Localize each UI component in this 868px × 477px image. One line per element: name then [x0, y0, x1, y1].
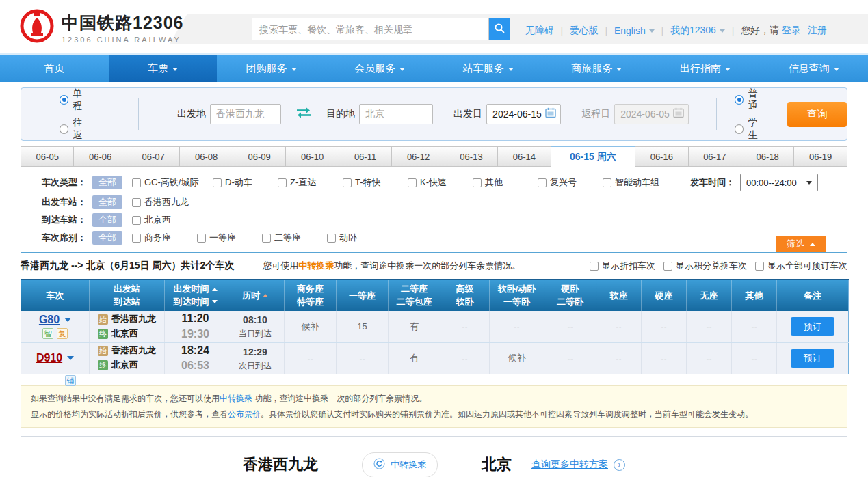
soft-sleeper-cell: -- [490, 311, 544, 342]
filter-option-smart-emu[interactable]: 智能动车组 [603, 176, 668, 189]
expand-train-icon[interactable] [64, 318, 71, 322]
date-tab[interactable]: 06-17 [688, 146, 741, 167]
all-badge[interactable]: 全部 [92, 195, 122, 209]
nav-item-group-services[interactable]: 团购服务 [217, 55, 326, 82]
filter-option-second[interactable]: 二等座 [262, 232, 327, 244]
duration-cell: 08:10 当日到达 [226, 311, 285, 342]
link-care-edition[interactable]: 爱心版 [570, 25, 599, 37]
all-badge[interactable]: 全部 [92, 176, 122, 189]
filter-option-gc[interactable]: GC-高铁/城际 [132, 176, 213, 189]
filter-option-from-station[interactable]: 香港西九龙 [132, 196, 213, 208]
business-seat-cell[interactable]: 候补 [285, 311, 337, 342]
all-badge[interactable]: 全部 [92, 213, 122, 227]
filter-option-other[interactable]: 其他 [473, 176, 538, 189]
col-remark: 备注 [777, 280, 849, 311]
filter-option-sleeper-emu[interactable]: 动卧 [327, 232, 392, 244]
train-results-table: 车次 出发站 到达站 出发时间 到达时间 历时 [21, 279, 849, 374]
remark-cell: 预订 [777, 311, 849, 342]
expand-train-icon[interactable] [67, 356, 74, 360]
soft-sleeper-cell[interactable]: 候补 [490, 342, 544, 374]
filter-option-t[interactable]: T-特快 [343, 176, 408, 189]
more-transfer-wrap: 查询更多中转方案 › [531, 459, 625, 471]
transfer-pill-button[interactable]: 中转换乘 [362, 452, 438, 477]
book-button[interactable]: 预订 [791, 317, 834, 336]
search-input[interactable] [252, 18, 489, 40]
page: 中国铁路12306 12306 CHINA RAILWAY 无障碍 | 爱心版 … [0, 0, 868, 477]
calendar-icon-disabled [673, 107, 684, 121]
nav-item-home[interactable]: 首页 [0, 55, 109, 82]
filter-option-k[interactable]: K-快速 [408, 176, 473, 189]
depart-date-input[interactable]: 2024-06-15 [486, 104, 561, 124]
search-button[interactable] [489, 18, 510, 40]
nav-item-business-travel[interactable]: 商旅服务 [542, 55, 651, 82]
book-button[interactable]: 预订 [791, 349, 834, 368]
student-passenger-radio[interactable]: 学生 [735, 117, 765, 141]
transfer-link[interactable]: 中转换乘 [220, 394, 252, 403]
date-tab[interactable]: 06-18 [741, 146, 794, 167]
link-english[interactable]: English [614, 25, 655, 36]
checkbox-icon [132, 198, 141, 207]
round-trip-radio[interactable]: 往返 [60, 117, 90, 141]
col-other: 其他 [732, 280, 777, 311]
header-search [252, 18, 510, 40]
show-discount-checkbox[interactable]: 显示折扣车次 [590, 260, 655, 272]
transfer-tip: 您可使用中转换乘功能，查询途中换乘一次的部分列车余票情况。 [263, 260, 521, 272]
filter-collapse-button[interactable]: 筛选 [776, 236, 826, 252]
nav-item-travel-guide[interactable]: 出行指南 [651, 55, 760, 82]
filter-option-to-station[interactable]: 北京西 [132, 214, 213, 226]
train-number-link[interactable]: G80 [39, 314, 60, 326]
filter-option-first[interactable]: 一等座 [197, 232, 262, 244]
nav-item-member-services[interactable]: 会员服务 [326, 55, 434, 82]
date-tab[interactable]: 06-13 [445, 146, 498, 167]
nav-item-tickets[interactable]: 车票 [109, 55, 218, 82]
date-tab[interactable]: 06-05 [21, 146, 74, 167]
query-form-panel: 单程 往返 出发地 目的地 出发日 2024-06-15 [21, 87, 847, 141]
show-points-checkbox[interactable]: 显示积分兑换车次 [663, 260, 747, 272]
chevron-down-icon [725, 68, 731, 71]
sort-asc-active-icon[interactable] [263, 294, 268, 297]
swap-stations-icon[interactable] [295, 107, 313, 122]
normal-passenger-radio[interactable]: 普通 [735, 87, 765, 112]
filter-option-z[interactable]: Z-直达 [278, 176, 343, 189]
query-button[interactable]: 查询 [787, 102, 847, 127]
search-icon [494, 23, 505, 36]
date-tab-selected[interactable]: 06-15 周六 [551, 146, 635, 167]
date-tab[interactable]: 06-08 [179, 146, 233, 167]
date-tab[interactable]: 06-19 [793, 146, 847, 167]
col-times-sortable[interactable]: 出发时间 到达时间 [165, 280, 226, 311]
logo[interactable]: 中国铁路12306 12306 CHINA RAILWAY [19, 8, 184, 46]
link-my12306[interactable]: 我的12306 [670, 25, 725, 37]
to-input[interactable] [359, 104, 433, 124]
date-tab[interactable]: 06-12 [391, 146, 445, 167]
nav-item-station-services[interactable]: 站车服务 [434, 55, 543, 82]
sort-desc-icon[interactable] [212, 300, 218, 303]
date-tab[interactable]: 06-06 [73, 146, 127, 167]
date-tab[interactable]: 06-10 [285, 146, 339, 167]
checkbox-icon [663, 262, 672, 271]
calendar-icon [545, 107, 556, 121]
terminal-flag-icon: 终 [98, 360, 108, 370]
link-accessibility[interactable]: 无障碍 [525, 25, 554, 37]
date-tab[interactable]: 06-09 [233, 146, 286, 167]
show-all-bookable-checkbox[interactable]: 显示全部可预订车次 [755, 260, 847, 272]
login-link[interactable]: 登录 [782, 25, 801, 37]
depart-time-select[interactable]: 00:00--24:00 [740, 174, 818, 191]
from-input[interactable] [210, 104, 281, 124]
date-tab[interactable]: 06-14 [497, 146, 551, 167]
all-badge[interactable]: 全部 [92, 231, 122, 245]
filter-option-fuxing[interactable]: 复兴号 [538, 176, 603, 189]
nav-item-info-query[interactable]: 信息查询 [759, 55, 868, 82]
date-tab[interactable]: 06-07 [127, 146, 180, 167]
sort-asc-icon[interactable] [212, 288, 218, 291]
train-number-link[interactable]: D910 [36, 352, 62, 364]
more-transfer-link[interactable]: 查询更多中转方案 [531, 459, 608, 471]
filter-option-d[interactable]: D-动车 [213, 176, 278, 189]
col-duration-sortable[interactable]: 历时 [226, 280, 285, 311]
filter-option-business[interactable]: 商务座 [132, 232, 197, 244]
date-tab[interactable]: 06-16 [635, 146, 688, 167]
register-link[interactable]: 注册 [808, 25, 827, 37]
published-price-link[interactable]: 公布票价 [228, 409, 261, 419]
date-tab[interactable]: 06-11 [339, 146, 392, 167]
one-way-radio[interactable]: 单程 [60, 87, 90, 112]
chevron-right-circle-icon[interactable]: › [614, 459, 625, 471]
